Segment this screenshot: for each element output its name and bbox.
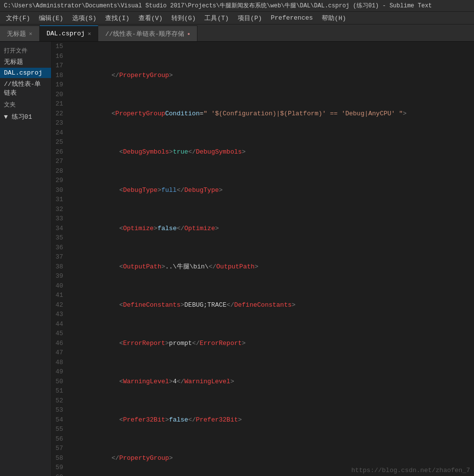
watermark: https://blog.csdn.net/zhaofen_7 xyxy=(351,467,470,474)
main-area: 打开文件 无标题 DAL.csproj //线性表-单链表 文夹 ▼ 练习01 … xyxy=(0,42,474,476)
line-numbers: 15 16 17 18 19 20 21 22 23 24 25 26 27 2… xyxy=(52,42,73,476)
code-line-22: <ErrorReport>prompt</ErrorReport> xyxy=(73,339,470,348)
tab-close-dal[interactable]: ✕ xyxy=(88,30,91,37)
code-line-20: <OutputPath>..\牛腿\bin\</OutputPath> xyxy=(73,262,470,272)
code-line-17: <DebugSymbols>true</DebugSymbols> xyxy=(73,147,470,157)
code-line-16: <PropertyGroup Condition=" '$(Configurat… xyxy=(73,109,470,119)
tab-close-linear[interactable] xyxy=(187,31,190,37)
code-line-15: </PropertyGroup> xyxy=(73,71,470,80)
sidebar-item-untitled[interactable]: 无标题 xyxy=(0,56,51,68)
menu-tools[interactable]: 工具(T) xyxy=(200,13,232,24)
code-line-18: <DebugType>full</DebugType> xyxy=(73,185,470,195)
title-text: C:\Users\Administrator\Documents\Visual … xyxy=(4,1,432,10)
code-line-21: <DefineConstants>DEBUG;TRACE</DefineCons… xyxy=(73,300,470,310)
menu-file[interactable]: 文件(F) xyxy=(2,13,34,24)
menu-find[interactable]: 查找(I) xyxy=(101,13,133,24)
sidebar-item-dal[interactable]: DAL.csproj xyxy=(0,68,51,78)
menu-goto[interactable]: 转到(G) xyxy=(167,13,199,24)
tab-untitled[interactable]: 无标题 ✕ xyxy=(0,26,40,41)
tab-dal-csproj[interactable]: DAL.csproj ✕ xyxy=(40,26,99,41)
menu-project[interactable]: 项目(P) xyxy=(234,13,266,24)
title-bar: C:\Users\Administrator\Documents\Visual … xyxy=(0,0,474,12)
code-line-25: </PropertyGroup> xyxy=(73,453,470,463)
sidebar-item-linear[interactable]: //线性表-单链表 xyxy=(0,78,51,99)
tab-label: //线性表-单链表-顺序存储 xyxy=(105,29,184,38)
menu-help[interactable]: 帮助(H) xyxy=(318,13,350,24)
sidebar-group-label: 文夹 xyxy=(0,99,51,111)
code-line-24: <Prefer32Bit>false</Prefer32Bit> xyxy=(73,415,470,425)
tab-bar: 无标题 ✕ DAL.csproj ✕ //线性表-单链表-顺序存储 xyxy=(0,25,474,42)
sidebar: 打开文件 无标题 DAL.csproj //线性表-单链表 文夹 ▼ 练习01 xyxy=(0,42,52,476)
code-line-19: <Optimize>false</Optimize> xyxy=(73,224,470,234)
menu-bar: 文件(F) 编辑(E) 选项(S) 查找(I) 查看(V) 转到(G) 工具(T… xyxy=(0,12,474,25)
menu-edit[interactable]: 编辑(E) xyxy=(35,13,67,24)
open-files-label: 打开文件 xyxy=(0,44,51,56)
code-content[interactable]: </PropertyGroup> <PropertyGroup Conditio… xyxy=(73,42,474,476)
tab-linear-list[interactable]: //线性表-单链表-顺序存储 xyxy=(98,26,197,41)
tab-close-untitled[interactable]: ✕ xyxy=(29,30,32,37)
menu-options[interactable]: 选项(S) xyxy=(68,13,100,24)
menu-view[interactable]: 查看(V) xyxy=(135,13,167,24)
code-line-23: <WarningLevel>4</WarningLevel> xyxy=(73,377,470,387)
menu-preferences[interactable]: Preferences xyxy=(267,13,317,23)
tab-label: 无标题 xyxy=(7,29,26,38)
sidebar-group-practice[interactable]: ▼ 练习01 xyxy=(0,111,51,123)
tab-label: DAL.csproj xyxy=(47,30,85,37)
editor[interactable]: 15 16 17 18 19 20 21 22 23 24 25 26 27 2… xyxy=(52,42,474,476)
